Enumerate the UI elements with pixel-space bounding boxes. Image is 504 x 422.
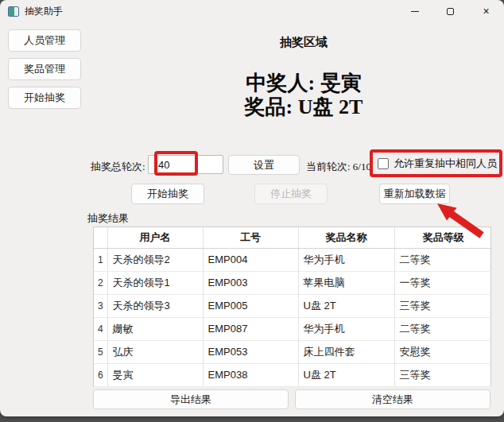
header-level: 奖品等级: [394, 227, 492, 248]
table-row[interactable]: 5 弘庆 EMP053 床上四件套 安慰奖: [94, 340, 492, 363]
cell-empid: EMP087: [203, 317, 298, 340]
cell-rownum: 4: [94, 317, 107, 340]
cell-level: 三等奖: [394, 294, 492, 317]
cell-level: 二等奖: [394, 248, 492, 271]
titlebar: 抽奖助手 ×: [0, 0, 504, 22]
allow-repeat-checkbox[interactable]: [378, 158, 389, 169]
rounds-label: 抽奖总轮次:: [91, 160, 145, 174]
sidebar-item-prizes[interactable]: 奖品管理: [8, 58, 81, 80]
close-icon: ×: [483, 6, 489, 17]
cell-empid: EMP004: [203, 248, 298, 271]
cell-level: 二等奖: [394, 317, 492, 340]
table-row[interactable]: 2 天杀的领导1 EMP003 苹果电脑 一等奖: [94, 271, 492, 294]
rounds-input[interactable]: [148, 155, 223, 174]
cell-username: 旻寅: [107, 363, 203, 386]
cell-prize: U盘 2T: [298, 294, 394, 317]
cell-username: 天杀的领导2: [107, 248, 203, 271]
cell-rownum: 6: [94, 363, 107, 386]
prize-line: 奖品: U盘 2T: [103, 95, 504, 119]
results-table-container: 用户名 工号 奖品名称 奖品等级 1 天杀的领导2 EMP004 华为手机 二等…: [93, 226, 491, 387]
cell-rownum: 3: [94, 294, 107, 317]
cell-rownum: 5: [94, 340, 107, 363]
start-lottery-button[interactable]: 开始抽奖: [131, 184, 204, 204]
cell-username: 天杀的领导1: [107, 271, 203, 294]
results-label: 抽奖结果: [87, 211, 129, 226]
cell-prize: 苹果电脑: [298, 271, 394, 294]
header-username: 用户名: [107, 227, 203, 248]
window-title: 抽奖助手: [25, 5, 63, 18]
cell-username: 姗敏: [107, 317, 203, 340]
minimize-button[interactable]: [397, 0, 432, 22]
current-round-label: 当前轮次: 6/10: [306, 160, 371, 174]
allow-repeat-row: 允许重复抽中相同人员: [378, 157, 497, 171]
cell-level: 三等奖: [394, 363, 492, 386]
cell-empid: EMP053: [203, 340, 298, 363]
cell-prize: 床上四件套: [298, 340, 394, 363]
set-button[interactable]: 设置: [228, 155, 300, 175]
close-button[interactable]: ×: [468, 0, 504, 22]
table-row[interactable]: 1 天杀的领导2 EMP004 华为手机 二等奖: [94, 248, 492, 271]
header-rownum: [94, 227, 107, 248]
cell-prize: U盘 2T: [298, 363, 394, 386]
cell-prize: 华为手机: [298, 248, 394, 271]
app-window: 抽奖助手 × 人员管理 奖品管理 开始抽奖 抽奖区域 中奖人: 旻寅 奖品: U…: [0, 0, 504, 416]
maximize-icon: [447, 8, 454, 15]
table-row[interactable]: 4 姗敏 EMP087 华为手机 二等奖: [94, 317, 492, 340]
table-row[interactable]: 3 天杀的领导3 EMP005 U盘 2T 三等奖: [94, 294, 492, 317]
header-empid: 工号: [203, 227, 298, 248]
sidebar-item-personnel[interactable]: 人员管理: [8, 29, 81, 52]
cell-empid: EMP003: [203, 271, 298, 294]
export-results-button[interactable]: 导出结果: [93, 389, 289, 409]
sidebar-item-start-lottery[interactable]: 开始抽奖: [8, 87, 81, 109]
allow-repeat-label: 允许重复抽中相同人员: [394, 157, 497, 171]
results-table: 用户名 工号 奖品名称 奖品等级 1 天杀的领导2 EMP004 华为手机 二等…: [94, 227, 492, 387]
cell-username: 天杀的领导3: [107, 294, 203, 317]
cell-prize: 华为手机: [298, 317, 394, 340]
cell-rownum: 2: [94, 271, 107, 294]
cell-empid: EMP005: [203, 294, 298, 317]
maximize-button[interactable]: [432, 0, 468, 22]
cell-level: 一等奖: [394, 271, 492, 294]
winner-line: 中奖人: 旻寅: [103, 72, 504, 95]
clear-results-button[interactable]: 清空结果: [295, 389, 490, 409]
header-prize: 奖品名称: [298, 227, 394, 248]
cell-rownum: 1: [94, 248, 107, 271]
section-title: 抽奖区域: [103, 35, 504, 50]
table-row[interactable]: 6 旻寅 EMP038 U盘 2T 三等奖: [94, 363, 492, 386]
cell-username: 弘庆: [107, 340, 203, 363]
cell-empid: EMP038: [203, 363, 298, 386]
cell-level: 安慰奖: [394, 340, 492, 363]
window-controls: ×: [397, 0, 504, 22]
reload-data-button[interactable]: 重新加载数据: [379, 184, 450, 204]
stop-lottery-button: 停止抽奖: [254, 184, 328, 204]
table-header-row: 用户名 工号 奖品名称 奖品等级: [94, 227, 492, 248]
app-icon: [8, 6, 19, 17]
minimize-icon: [411, 11, 419, 12]
winner-display: 中奖人: 旻寅 奖品: U盘 2T: [103, 72, 504, 119]
